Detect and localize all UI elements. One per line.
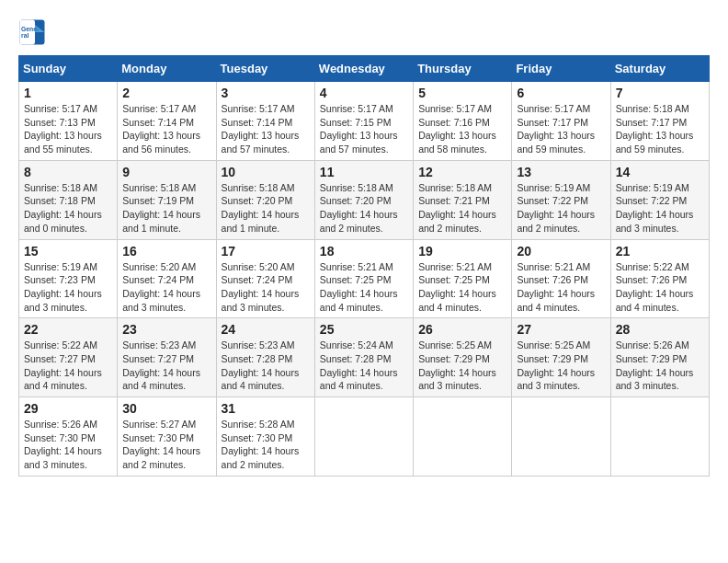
day-detail: Sunrise: 5:19 AMSunset: 7:22 PMDaylight:… [616,182,694,234]
day-detail: Sunrise: 5:22 AMSunset: 7:27 PMDaylight:… [24,339,102,391]
day-detail: Sunrise: 5:20 AMSunset: 7:24 PMDaylight:… [222,261,300,313]
day-detail: Sunrise: 5:17 AMSunset: 7:13 PMDaylight:… [24,103,102,155]
day-number: 12 [418,165,506,179]
day-number: 9 [122,165,210,179]
day-number: 7 [616,86,704,100]
day-number: 16 [122,244,210,259]
day-detail: Sunrise: 5:19 AMSunset: 7:23 PMDaylight:… [24,261,102,313]
calendar-cell: 20 Sunrise: 5:21 AMSunset: 7:26 PMDaylig… [512,239,610,318]
calendar-cell: 26 Sunrise: 5:25 AMSunset: 7:29 PMDaylig… [414,318,512,397]
calendar-cell: 29 Sunrise: 5:26 AMSunset: 7:30 PMDaylig… [19,397,118,477]
col-friday: Friday [512,56,610,82]
day-detail: Sunrise: 5:21 AMSunset: 7:26 PMDaylight:… [517,261,595,313]
col-saturday: Saturday [610,56,709,82]
calendar-week-3: 15 Sunrise: 5:19 AMSunset: 7:23 PMDaylig… [19,239,710,318]
day-number: 18 [320,244,408,259]
day-number: 24 [222,322,310,337]
calendar-cell: 21 Sunrise: 5:22 AMSunset: 7:26 PMDaylig… [610,239,709,318]
svg-text:ral: ral [21,32,28,39]
day-number: 5 [418,86,506,100]
logo-icon: Gene- ral [18,18,46,46]
day-number: 6 [517,86,605,100]
col-sunday: Sunday [19,56,118,82]
calendar-week-1: 1 Sunrise: 5:17 AMSunset: 7:13 PMDayligh… [19,82,710,161]
day-detail: Sunrise: 5:17 AMSunset: 7:17 PMDaylight:… [517,103,595,155]
day-detail: Sunrise: 5:21 AMSunset: 7:25 PMDaylight:… [418,261,496,313]
calendar-cell: 9 Sunrise: 5:18 AMSunset: 7:19 PMDayligh… [118,160,216,239]
day-detail: Sunrise: 5:27 AMSunset: 7:30 PMDaylight:… [122,419,200,470]
day-detail: Sunrise: 5:22 AMSunset: 7:26 PMDaylight:… [616,261,694,313]
day-number: 21 [616,244,704,259]
day-number: 26 [418,322,506,337]
day-number: 31 [222,401,310,416]
day-number: 22 [24,322,112,337]
day-detail: Sunrise: 5:18 AMSunset: 7:17 PMDaylight:… [616,103,694,155]
day-number: 10 [222,165,310,179]
calendar-cell: 6 Sunrise: 5:17 AMSunset: 7:17 PMDayligh… [512,82,610,161]
calendar-cell: 11 Sunrise: 5:18 AMSunset: 7:20 PMDaylig… [314,160,413,239]
day-detail: Sunrise: 5:18 AMSunset: 7:18 PMDaylight:… [24,182,102,234]
day-detail: Sunrise: 5:18 AMSunset: 7:19 PMDaylight:… [122,182,200,234]
calendar-cell [610,397,709,477]
calendar-cell [314,397,413,477]
day-number: 14 [616,165,704,179]
calendar-cell: 8 Sunrise: 5:18 AMSunset: 7:18 PMDayligh… [19,160,118,239]
day-number: 2 [122,86,210,100]
calendar-cell: 12 Sunrise: 5:18 AMSunset: 7:21 PMDaylig… [414,160,512,239]
day-detail: Sunrise: 5:18 AMSunset: 7:20 PMDaylight:… [222,182,300,234]
col-tuesday: Tuesday [216,56,314,82]
calendar-cell: 24 Sunrise: 5:23 AMSunset: 7:28 PMDaylig… [216,318,314,397]
calendar-cell: 13 Sunrise: 5:19 AMSunset: 7:22 PMDaylig… [512,160,610,239]
col-wednesday: Wednesday [314,56,413,82]
day-detail: Sunrise: 5:28 AMSunset: 7:30 PMDaylight:… [222,419,300,470]
day-detail: Sunrise: 5:24 AMSunset: 7:28 PMDaylight:… [320,339,398,391]
calendar-cell [512,397,610,477]
calendar-cell: 30 Sunrise: 5:27 AMSunset: 7:30 PMDaylig… [118,397,216,477]
calendar-cell: 16 Sunrise: 5:20 AMSunset: 7:24 PMDaylig… [118,239,216,318]
day-detail: Sunrise: 5:23 AMSunset: 7:27 PMDaylight:… [122,339,200,391]
calendar-cell: 18 Sunrise: 5:21 AMSunset: 7:25 PMDaylig… [314,239,413,318]
calendar-cell: 5 Sunrise: 5:17 AMSunset: 7:16 PMDayligh… [414,82,512,161]
calendar-table: Sunday Monday Tuesday Wednesday Thursday… [18,55,710,477]
day-detail: Sunrise: 5:25 AMSunset: 7:29 PMDaylight:… [517,339,595,391]
header-row: Sunday Monday Tuesday Wednesday Thursday… [19,56,710,82]
day-number: 15 [24,244,112,259]
day-number: 27 [517,322,605,337]
col-monday: Monday [118,56,216,82]
day-detail: Sunrise: 5:20 AMSunset: 7:24 PMDaylight:… [122,261,200,313]
calendar-cell: 7 Sunrise: 5:18 AMSunset: 7:17 PMDayligh… [610,82,709,161]
calendar-cell: 3 Sunrise: 5:17 AMSunset: 7:14 PMDayligh… [216,82,314,161]
logo: Gene- ral [18,18,50,46]
day-detail: Sunrise: 5:18 AMSunset: 7:20 PMDaylight:… [320,182,398,234]
calendar-cell: 19 Sunrise: 5:21 AMSunset: 7:25 PMDaylig… [414,239,512,318]
calendar-cell: 23 Sunrise: 5:23 AMSunset: 7:27 PMDaylig… [118,318,216,397]
day-number: 25 [320,322,408,337]
day-detail: Sunrise: 5:26 AMSunset: 7:30 PMDaylight:… [24,419,102,470]
calendar-cell: 27 Sunrise: 5:25 AMSunset: 7:29 PMDaylig… [512,318,610,397]
day-number: 3 [222,86,310,100]
calendar-cell: 14 Sunrise: 5:19 AMSunset: 7:22 PMDaylig… [610,160,709,239]
calendar-week-5: 29 Sunrise: 5:26 AMSunset: 7:30 PMDaylig… [19,397,710,477]
header: Gene- ral [18,18,710,46]
calendar-cell [414,397,512,477]
day-detail: Sunrise: 5:17 AMSunset: 7:16 PMDaylight:… [418,103,496,155]
calendar-cell: 22 Sunrise: 5:22 AMSunset: 7:27 PMDaylig… [19,318,118,397]
col-thursday: Thursday [414,56,512,82]
day-number: 23 [122,322,210,337]
day-detail: Sunrise: 5:19 AMSunset: 7:22 PMDaylight:… [517,182,595,234]
day-detail: Sunrise: 5:17 AMSunset: 7:14 PMDaylight:… [222,103,300,155]
day-detail: Sunrise: 5:25 AMSunset: 7:29 PMDaylight:… [418,339,496,391]
day-number: 29 [24,401,112,416]
calendar-cell: 10 Sunrise: 5:18 AMSunset: 7:20 PMDaylig… [216,160,314,239]
svg-text:Gene-: Gene- [21,26,39,32]
day-number: 19 [418,244,506,259]
day-number: 13 [517,165,605,179]
calendar-cell: 17 Sunrise: 5:20 AMSunset: 7:24 PMDaylig… [216,239,314,318]
calendar-cell: 1 Sunrise: 5:17 AMSunset: 7:13 PMDayligh… [19,82,118,161]
calendar-cell: 31 Sunrise: 5:28 AMSunset: 7:30 PMDaylig… [216,397,314,477]
day-number: 28 [616,322,704,337]
calendar-cell: 15 Sunrise: 5:19 AMSunset: 7:23 PMDaylig… [19,239,118,318]
calendar-week-2: 8 Sunrise: 5:18 AMSunset: 7:18 PMDayligh… [19,160,710,239]
day-number: 1 [24,86,112,100]
day-number: 20 [517,244,605,259]
